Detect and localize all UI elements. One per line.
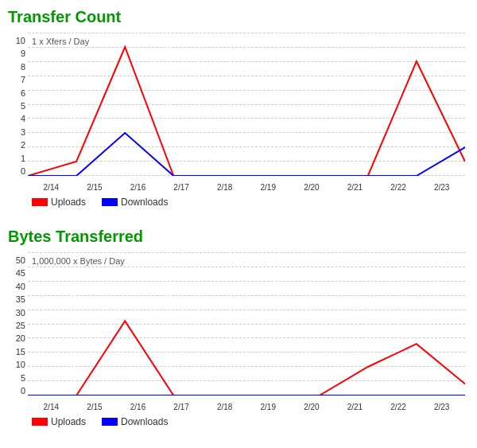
uploads-color-bytes [32,418,48,426]
downloads-color-bytes [102,418,118,426]
y-axis-transfer: 012345678910 [8,33,28,192]
downloads-color-transfer [102,198,118,206]
uploads-label-bytes: Uploads [51,416,86,427]
downloads-label-transfer: Downloads [121,197,168,208]
bytes-transferred-chart: 05101520253035404550 1,000,000 x Bytes /… [8,252,465,411]
legend-downloads-bytes: Downloads [102,416,168,427]
uploads-color-transfer [32,198,48,206]
legend-bytes: Uploads Downloads [32,416,465,427]
chart-area-transfer: 1 x Xfers / Day 2/142/152/162/172/182/19… [28,33,465,192]
y-axis-bytes: 05101520253035404550 [8,252,28,411]
chart-area-bytes: 1,000,000 x Bytes / Day 2/142/152/162/17… [28,252,465,411]
legend-downloads-transfer: Downloads [102,197,168,208]
transfer-count-chart: 012345678910 1 x Xfers / Day 2/142/152/1… [8,33,465,192]
bytes-transferred-title: Bytes Transferred [8,228,465,246]
x-axis-bytes: 2/142/152/162/172/182/192/202/212/222/23 [28,395,465,411]
transfer-count-title: Transfer Count [8,8,465,26]
x-axis-transfer: 2/142/152/162/172/182/192/202/212/222/23 [28,176,465,192]
legend-transfer: Uploads Downloads [32,197,465,208]
downloads-label-bytes: Downloads [121,416,168,427]
uploads-label-transfer: Uploads [51,197,86,208]
transfer-count-section: Transfer Count 012345678910 1 x Xfers / … [0,0,477,220]
legend-uploads-transfer: Uploads [32,197,86,208]
legend-uploads-bytes: Uploads [32,416,86,427]
bytes-transferred-section: Bytes Transferred 05101520253035404550 1… [0,220,477,439]
